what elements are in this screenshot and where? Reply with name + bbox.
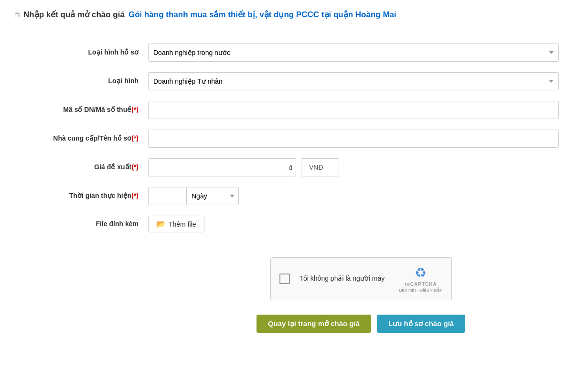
- thoi-gian-control: Ngày Tháng Năm: [148, 187, 559, 205]
- ma-so-dn-input[interactable]: [148, 101, 559, 119]
- file-dinh-kem-label: File đính kèm: [14, 219, 148, 229]
- file-dinh-kem-row: File đính kèm 📂 Thêm file: [14, 216, 574, 232]
- loai-hinh-ho-so-label: Loại hình hồ sơ: [14, 48, 148, 57]
- loai-hinh-ho-so-row: Loại hình hồ sơ Doanh nghiệp trong nước …: [14, 44, 574, 62]
- loai-hinh-control: Doanh nghiệp Tư nhân Công ty TNHH Công t…: [148, 72, 559, 90]
- gia-de-xuat-input[interactable]: [148, 158, 296, 176]
- price-row: đ VNĐ: [148, 158, 559, 176]
- price-input-wrap: đ: [148, 158, 296, 176]
- page-title-static: Nhập kết quả mở chào giá: [23, 10, 125, 20]
- captcha-box: Tôi không phải là người máy ♻ reCAPTCHA …: [270, 257, 452, 300]
- loai-hinh-label: Loại hình: [14, 77, 148, 86]
- thoi-gian-input[interactable]: [148, 187, 186, 205]
- captcha-logo-area: ♻ reCAPTCHA Bảo mật - Điều khoản: [399, 265, 442, 293]
- ma-so-dn-control: [148, 101, 559, 119]
- time-row: Ngày Tháng Năm: [148, 187, 559, 205]
- gia-de-xuat-row: Giá đề xuất(*) đ VNĐ: [14, 158, 574, 176]
- button-row: Quay lại trang mở chào giá Lưu hồ sơ chà…: [148, 315, 574, 333]
- ma-so-dn-row: Mã số DN/Mã số thuế(*): [14, 101, 574, 119]
- add-file-label: Thêm file: [169, 220, 196, 228]
- loai-hinh-select[interactable]: Doanh nghiệp Tư nhân Công ty TNHH Công t…: [148, 72, 559, 90]
- loai-hinh-ho-so-select[interactable]: Doanh nghiệp trong nước Cá nhân Tổ chức …: [148, 44, 559, 62]
- dong-symbol: đ: [289, 164, 292, 171]
- recaptcha-brand: reCAPTCHA: [405, 282, 437, 287]
- captcha-checkbox[interactable]: [279, 274, 290, 284]
- gia-de-xuat-label: Giá đề xuất(*): [14, 163, 148, 172]
- captcha-area: Tôi không phải là người máy ♻ reCAPTCHA …: [148, 257, 574, 300]
- gia-de-xuat-control: đ VNĐ: [148, 158, 559, 176]
- save-button[interactable]: Lưu hồ sơ chào giá: [377, 315, 465, 333]
- thoi-gian-unit-select[interactable]: Ngày Tháng Năm: [186, 187, 239, 205]
- folder-icon: 📂: [156, 219, 166, 229]
- form-section: Loại hình hồ sơ Doanh nghiệp trong nước …: [14, 39, 574, 248]
- currency-unit-box: VNĐ: [301, 158, 339, 176]
- captcha-text: Tôi không phải là người máy: [299, 274, 385, 284]
- loai-hinh-row: Loại hình Doanh nghiệp Tư nhân Công ty T…: [14, 72, 574, 90]
- ma-so-dn-label: Mã số DN/Mã số thuế(*): [14, 105, 148, 115]
- file-dinh-kem-control: 📂 Thêm file: [148, 216, 559, 232]
- nha-cung-cap-row: Nhà cung cấp/Tên hồ sơ(*): [14, 130, 574, 148]
- thoi-gian-label: Thời gian thực hiện(*): [14, 191, 148, 201]
- page-title-link: Gói hàng thanh mua sắm thiết bị, vật dụn…: [128, 10, 396, 20]
- page-header: ⧈ Nhập kết quả mở chào giá Gói hàng than…: [14, 10, 574, 24]
- nha-cung-cap-control: [148, 130, 559, 148]
- nha-cung-cap-input[interactable]: [148, 130, 559, 148]
- grid-icon: ⧈: [14, 10, 20, 20]
- nha-cung-cap-label: Nhà cung cấp/Tên hồ sơ(*): [14, 134, 148, 143]
- thoi-gian-row: Thời gian thực hiện(*) Ngày Tháng Năm: [14, 187, 574, 205]
- recaptcha-links: Bảo mật - Điều khoản: [399, 288, 442, 293]
- add-file-button[interactable]: 📂 Thêm file: [148, 216, 204, 232]
- back-button[interactable]: Quay lại trang mở chào giá: [257, 315, 371, 333]
- recaptcha-icon: ♻: [415, 265, 427, 281]
- loai-hinh-ho-so-control: Doanh nghiệp trong nước Cá nhân Tổ chức …: [148, 44, 559, 62]
